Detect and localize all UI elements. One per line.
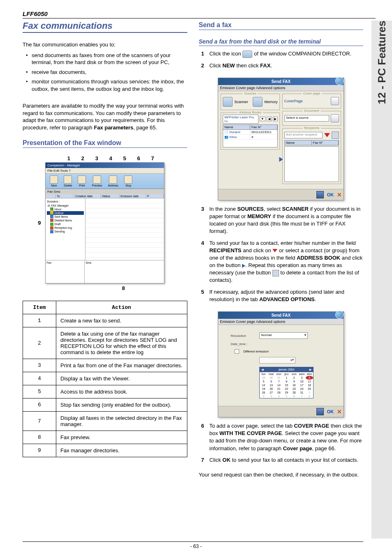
page-root: LFF6050 12 - PC Features Fax communicati… (0, 0, 392, 555)
send-fax-dialog: Send FAX Emission Cover page Advanced op… (218, 78, 344, 200)
cal-prev-icon[interactable]: ◀ (261, 368, 263, 371)
dialog-titlebar: Send FAX (218, 78, 344, 85)
group-sources: Sources Scanner Memory (221, 94, 280, 110)
tree-item[interactable]: Deleted items (47, 219, 84, 222)
th-action: Action (56, 301, 187, 314)
address-row[interactable]: 📄 Durand 00111223311 (223, 130, 277, 135)
step-item: 6 To add a cover page, select the tab CO… (199, 422, 364, 452)
tool-preview[interactable]: Preview (92, 175, 102, 187)
tool-delete[interactable]: Delete (64, 175, 72, 187)
page-number: - 63 - (0, 543, 392, 549)
tree-item-selected[interactable]: Outbox (47, 211, 84, 215)
step-item: 2 Click NEW then click FAX. (199, 62, 364, 69)
list-headers: To Creation date Status Emission date P (46, 194, 164, 198)
calendar[interactable]: ◀ janvier 2004 ▶ lunmarmerjeuvensamdim 2… (259, 367, 314, 398)
save-icon[interactable] (316, 408, 324, 415)
title-fax-comm: Fax communications (23, 21, 187, 33)
table-row: 8Fax preview. (23, 431, 187, 444)
steps-list: 1 Click the icon of the window COMPANION… (199, 50, 364, 74)
nav-left-icon[interactable]: ◀ (267, 117, 272, 121)
tool-print[interactable]: Print (78, 175, 86, 187)
column-left: Fax communications The fax communication… (23, 21, 187, 539)
dialog-body: Sources Scanner Memory Address Books (218, 91, 344, 189)
ok-button[interactable]: OK (327, 409, 334, 414)
fax-list (85, 198, 164, 260)
recipient-input[interactable]: Add another recipient (284, 132, 323, 138)
cover-add-icon[interactable] (331, 97, 339, 105)
figure-bottom-number: 8 (45, 285, 164, 291)
th-item: Item (23, 301, 56, 314)
add-recipient-icon[interactable] (324, 133, 330, 137)
save-icon[interactable] (316, 191, 324, 198)
time-spinner[interactable]: ▴▾ (259, 357, 295, 364)
closing-paragraph: Your send request can then be checked, i… (199, 471, 364, 479)
step-item: 4 To send your fax to a contact, enter h… (199, 240, 364, 284)
advanced-options-dialog: Send FAX Emission Cover page Advanced op… (218, 311, 344, 417)
cancel-button[interactable]: ✕ (337, 408, 342, 415)
step-item: 5 If necessary, adjust the advanced opti… (199, 288, 364, 303)
ok-button[interactable]: OK (327, 192, 334, 197)
stop-icon (124, 175, 132, 184)
tool-new[interactable]: New (50, 175, 58, 187)
close-icon[interactable] (335, 77, 344, 85)
doc-source-input[interactable]: Select a source (284, 115, 330, 122)
table-row: 9Fax manager directories. (23, 444, 187, 457)
heading-send-hdd: Send a fax from the hard disk or the ter… (199, 38, 364, 46)
print-icon (78, 175, 86, 184)
window-tabs: Fax Sms (46, 189, 164, 194)
tree-item[interactable]: Inbox (47, 207, 84, 211)
step-item: 1 Click the icon of the window COMPANION… (199, 50, 364, 58)
filter-icon[interactable]: ▼ (260, 117, 265, 121)
tool-stop[interactable]: Stop (124, 175, 132, 187)
footer-rule (23, 541, 363, 542)
new-icon (50, 175, 58, 184)
nav-right-icon[interactable]: ▶ (273, 117, 278, 121)
fax-window-figure: 1 2 3 4 5 6 7 9 Companion - Manager File… (45, 155, 164, 291)
table-row: 2Delete a fax using one of the fax manag… (23, 327, 187, 359)
tree-item[interactable]: Draft (47, 222, 84, 226)
trash-icon[interactable] (332, 131, 339, 139)
content-area: Fax communications The fax communication… (23, 21, 363, 539)
recipients-list (284, 146, 339, 182)
folder-tree: Dossiers : ⊟ FAX Manager Inbox Outbox Se… (46, 198, 85, 260)
action-table: Item Action 1Create a new fax to send. 2… (23, 301, 187, 457)
fax-window-wrapper: 9 Companion - Manager File Edit Tools ? … (45, 162, 164, 283)
group-cover: Cover page CoverPage (282, 94, 341, 108)
sidebar-tab: 12 - PC Features (371, 21, 392, 539)
cancel-button[interactable]: ✕ (337, 191, 342, 198)
header-model: LFF6050 (23, 10, 376, 18)
steps-list-cont: 3 In the zone SOURCES, select SCANNER if… (199, 205, 364, 307)
resolution-select[interactable]: Normal▾ (259, 332, 308, 339)
doc-browse-icon[interactable] (331, 114, 339, 122)
step-item: 3 In the zone SOURCES, select SCANNER if… (199, 205, 364, 235)
scanner-icon[interactable] (223, 97, 233, 107)
differed-checkbox[interactable] (235, 349, 239, 354)
bullet-item: receive fax documents, (23, 69, 187, 76)
adv-body: Resolution Normal▾ Date_time : Differed … (218, 325, 344, 406)
memory-icon[interactable] (253, 97, 263, 107)
bullet-item: send documents as faxes from one of the … (23, 52, 187, 66)
close-icon[interactable] (335, 311, 344, 319)
trash-icon (272, 270, 279, 276)
figure-left-number: 9 (38, 220, 41, 226)
step-item: 7 Click OK to send your fax to all conta… (199, 456, 364, 464)
dialog-tabs[interactable]: Emission Cover page Advanced options (218, 319, 344, 325)
group-document: Document Select a source (282, 111, 341, 126)
intro-bullets: send documents as faxes from one of the … (23, 52, 187, 95)
transfer-arrow-icon (242, 264, 245, 268)
dialog-tabs[interactable]: Emission Cover page Advanced options (218, 85, 344, 91)
cal-next-icon[interactable]: ▶ (309, 368, 311, 371)
add-arrow-icon (272, 249, 277, 252)
transfer-arrow-icon[interactable] (279, 157, 283, 162)
tree-item[interactable]: Sending (47, 230, 84, 233)
group-recipients: Recipients Add another recipient Name Fa… (282, 128, 341, 184)
sidebar-label: 12 - PC Features (376, 21, 388, 111)
address-icon (109, 175, 117, 184)
tool-address[interactable]: Address (108, 175, 118, 187)
table-row: 7Display all faxes in the selected direc… (23, 412, 187, 431)
params-paragraph: Parameters are available to modify the w… (23, 102, 187, 131)
dialog-footer: OK ✕ (218, 406, 344, 417)
address-row[interactable]: 👥 Kilou # (223, 135, 277, 140)
tree-item[interactable]: Sent items (47, 215, 84, 219)
tree-item[interactable]: Reception log (47, 226, 84, 230)
